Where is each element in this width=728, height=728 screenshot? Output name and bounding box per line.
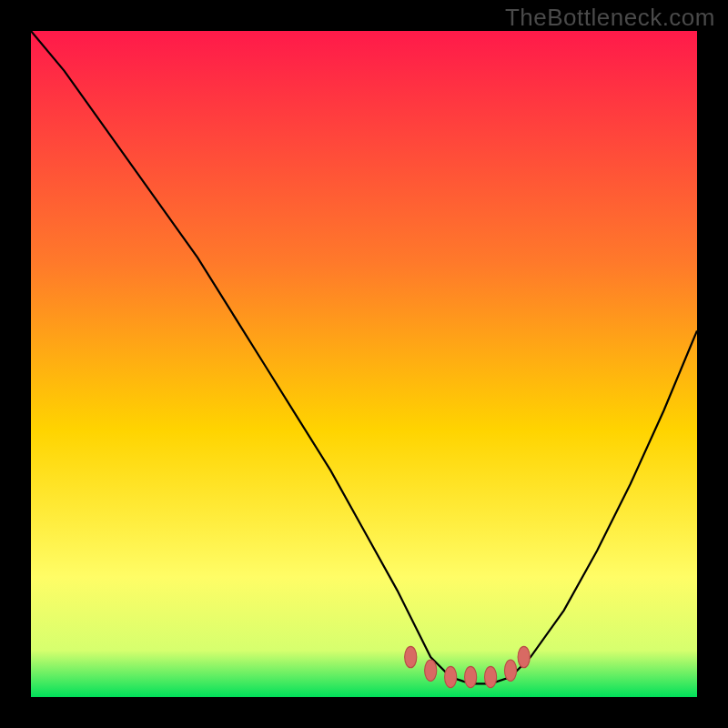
marker-dot	[504, 660, 516, 681]
chart-frame: TheBottleneck.com	[0, 0, 728, 728]
gradient-background	[31, 31, 697, 697]
marker-dot	[484, 666, 496, 687]
marker-dot	[425, 660, 437, 681]
marker-dot	[518, 646, 530, 667]
marker-dot	[405, 646, 417, 667]
bottleneck-chart	[31, 31, 697, 697]
watermark-text: TheBottleneck.com	[505, 4, 715, 32]
marker-dot	[445, 666, 457, 687]
marker-dot	[465, 666, 477, 687]
